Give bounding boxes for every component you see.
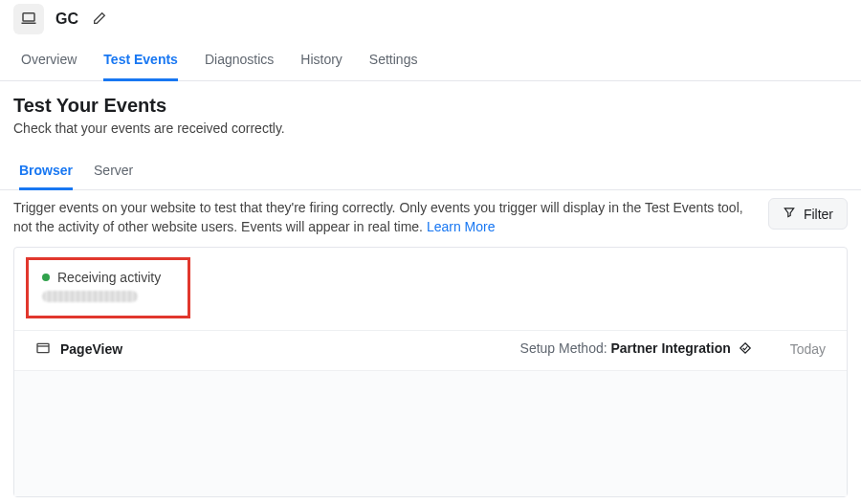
instruction-text: Trigger events on your website to test t… [13, 198, 759, 237]
event-timestamp: Today [790, 341, 826, 357]
filter-icon [783, 206, 796, 222]
event-name: PageView [60, 341, 122, 357]
instruction-row: Trigger events on your website to test t… [0, 190, 861, 247]
event-row[interactable]: PageView Setup Method: Partner Integrati… [14, 330, 847, 371]
browser-window-icon [35, 340, 51, 359]
tab-settings[interactable]: Settings [369, 42, 418, 80]
device-icon-chip [13, 4, 44, 34]
subtab-server[interactable]: Server [94, 155, 133, 189]
activity-source-redacted [42, 291, 138, 302]
activity-status-label: Receiving activity [57, 270, 161, 285]
instruction-body: Trigger events on your website to test t… [13, 200, 743, 234]
activity-status-box: Receiving activity [26, 257, 190, 318]
primary-tabs: Overview Test Events Diagnostics History… [0, 42, 861, 81]
tab-diagnostics[interactable]: Diagnostics [205, 42, 274, 80]
page-heading: Test Your Events [13, 95, 848, 117]
event-setup-method: Setup Method: Partner Integration [255, 340, 752, 358]
events-panel: Receiving activity PageView Setup Method… [13, 247, 848, 497]
tab-overview[interactable]: Overview [21, 42, 77, 80]
sub-tabs: Browser Server [0, 155, 861, 190]
setup-method-value: Partner Integration [611, 340, 731, 356]
tab-history[interactable]: History [300, 42, 342, 80]
filter-button[interactable]: Filter [768, 198, 848, 230]
pencil-icon [92, 11, 107, 29]
tab-test-events[interactable]: Test Events [103, 42, 178, 81]
svg-rect-0 [23, 12, 34, 20]
status-dot-icon [42, 274, 50, 281]
learn-more-link[interactable]: Learn More [427, 219, 496, 234]
filter-label: Filter [804, 207, 833, 222]
laptop-icon [20, 10, 37, 30]
setup-method-label: Setup Method: [520, 340, 611, 356]
partner-integration-icon [739, 341, 752, 358]
page-header: Test Your Events Check that your events … [0, 81, 861, 155]
datasource-title: GC [55, 11, 78, 28]
svg-rect-1 [37, 343, 49, 352]
events-empty-area [14, 371, 847, 496]
subtab-browser[interactable]: Browser [19, 155, 73, 190]
edit-button[interactable] [90, 10, 109, 29]
page-subtitle: Check that your events are received corr… [13, 121, 848, 136]
header-bar: GC [0, 0, 861, 42]
